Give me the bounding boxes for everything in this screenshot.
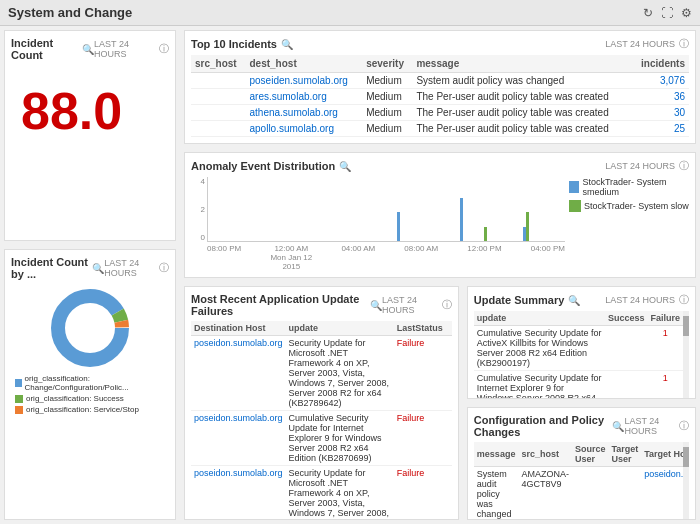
summary-title: Update Summary [474,294,564,306]
policy-col-tgthost: Target Host [641,442,683,467]
summary-scrollbar[interactable] [683,311,689,399]
policy-timerange: LAST 24 HOURS [624,416,675,436]
expand-icon[interactable]: ⛶ [661,6,673,20]
cell-sum-update: Cumulative Security Update for ActiveX K… [474,326,605,371]
col-incidents: incidents [632,55,689,73]
policy-info-icon[interactable]: ⓘ [679,419,689,433]
x-label-3: 04:00 AM [341,244,375,271]
cell-incidents: 36 [632,89,689,105]
top10-table: src_host dest_host severity message inci… [191,55,689,137]
summary-info-icon[interactable]: ⓘ [679,293,689,307]
donut-chart: orig_classification: Change/Configuratio… [11,284,169,420]
cell-fail-update: Security Update for Microsoft .NET Frame… [286,336,394,411]
cell-dest: poseiden.sumolab.org [245,73,362,89]
incident-by-search-icon[interactable]: 🔍 [92,263,104,274]
summary-timerange: LAST 24 HOURS [605,295,675,305]
bar-group [397,212,417,241]
y-label-2: 2 [191,205,205,214]
table-row: apollo.sumolab.org Medium The Per-user a… [191,121,689,137]
col-message: message [412,55,632,73]
policy-scrollbar[interactable] [683,442,689,520]
bar-group [481,227,501,242]
legend-color-blue [15,379,22,387]
cell-fail-host: poseidon.sumolab.org [191,336,286,411]
bar-group [356,240,376,241]
incident-by-info-icon[interactable]: ⓘ [159,261,169,275]
donut-legend: orig_classification: Change/Configuratio… [15,374,165,416]
cell-fail-status: Failure [394,411,446,466]
settings-icon[interactable]: ⚙ [681,6,692,20]
bar-green [526,212,529,241]
x-label-5: 12:00 PM [467,244,501,271]
cell-sum-failure: 1 [647,326,683,371]
table-row: poseidon.sumolab.org Cumulative Security… [191,411,452,466]
incident-count-info-icon[interactable]: ⓘ [159,42,169,56]
incident-count-search-icon[interactable]: 🔍 [82,44,94,55]
failures-info-icon[interactable]: ⓘ [442,298,452,312]
incident-count-by-panel: Incident Count by ... 🔍 LAST 24 HOURS ⓘ [4,249,176,520]
incident-by-title: Incident Count by ... [11,256,88,280]
col-severity: severity [362,55,412,73]
cell-pol-tgtuser [608,467,641,521]
policy-col-src: src_host [518,442,572,467]
top10-info-icon[interactable]: ⓘ [679,37,689,51]
cell-fail-update: Cumulative Security Update for Internet … [286,411,394,466]
legend-label-blue: orig_classification: Change/Configuratio… [25,374,165,392]
cell-pol-tgthost: poseidon.sumolab.org [641,467,683,521]
legend-label-orange: orig_classification: Service/Stop [26,405,139,414]
top10-incidents-panel: Top 10 Incidents 🔍 LAST 24 HOURS ⓘ src_h… [184,30,696,144]
cell-incidents: 30 [632,105,689,121]
policy-title: Configuration and Policy Changes [474,414,609,438]
cell-sum-failure: 1 [647,371,683,400]
col-src-host: src_host [191,55,245,73]
bar-group [460,198,480,242]
top10-timerange: LAST 24 HOURS [605,39,675,49]
failures-timerange: LAST 24 HOURS [382,295,438,315]
cell-src [191,105,245,121]
cell-severity: Medium [362,73,412,89]
incident-count-value: 88.0 [11,65,169,157]
cell-pol-srcuser [572,467,609,521]
cell-fail-host: poseidon.sumolab.org [191,466,286,521]
legend-slow-color [569,200,581,212]
legend-color-orange [15,406,23,414]
anomaly-search-icon[interactable]: 🔍 [339,161,351,172]
anomaly-info-icon[interactable]: ⓘ [679,159,689,173]
table-row: ares.sumolab.org Medium The Per-user aud… [191,89,689,105]
cell-message: System audit policy was changed [412,73,632,89]
cell-fail-status: Failure [394,336,446,411]
refresh-icon[interactable]: ↻ [643,6,653,20]
policy-search-icon[interactable]: 🔍 [612,421,624,432]
col-dest-host: dest_host [245,55,362,73]
cell-src [191,121,245,137]
cell-dest: athena.sumolab.org [245,105,362,121]
page-title: System and Change [8,5,132,20]
bar-group [314,240,334,241]
table-row: System audit policy was changed AMAZONA-… [474,467,683,521]
table-row: Cumulative Security Update for ActiveX K… [474,326,683,371]
top10-title: Top 10 Incidents [191,38,277,50]
cell-dest: apollo.sumolab.org [245,121,362,137]
summary-search-icon[interactable]: 🔍 [568,295,580,306]
failures-title: Most Recent Application Update Failures [191,293,366,317]
legend-slow-label: StockTrader- System slow [584,201,689,211]
summary-col-update: update [474,311,605,326]
bar-group [377,240,397,241]
table-row: poseidon.sumolab.org Security Update for… [191,466,452,521]
x-label-4: 08:00 AM [404,244,438,271]
cell-pol-src: AMAZONA-4GCT8V9 [518,467,572,521]
update-summary-panel: Update Summary 🔍 LAST 24 HOURS ⓘ [467,286,696,399]
title-icons: ↻ ⛶ ⚙ [643,6,692,20]
top10-search-icon[interactable]: 🔍 [281,39,293,50]
anomaly-title: Anomaly Event Distribution [191,160,335,172]
bar-group [230,240,250,241]
x-label-2: 12:00 AMMon Jan 122015 [270,244,312,271]
legend-smedium-label: StockTrader- System smedium [582,177,689,197]
cell-sum-update: Cumulative Security Update for Internet … [474,371,605,400]
policy-changes-panel: Configuration and Policy Changes 🔍 LAST … [467,407,696,520]
bar-blue [460,198,463,242]
failures-search-icon[interactable]: 🔍 [370,300,382,311]
y-label-0: 0 [191,233,205,242]
bar-group [544,240,564,241]
anomaly-legend: StockTrader- System smedium StockTrader-… [569,177,689,271]
